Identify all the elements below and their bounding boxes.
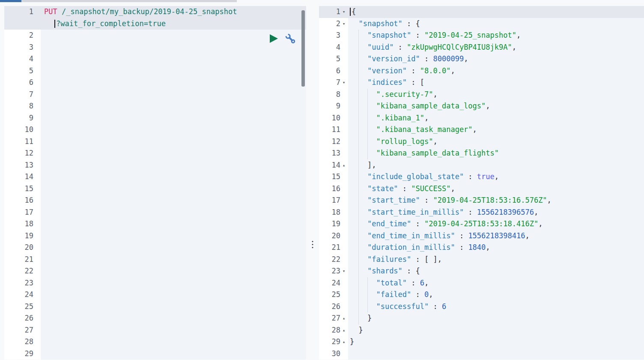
code-line-content[interactable]: "end_time_in_millis" : 1556218398416, bbox=[348, 230, 644, 242]
request-line[interactable]: 7 bbox=[4, 89, 306, 101]
response-line[interactable]: 8 ".security-7", bbox=[319, 89, 644, 101]
code-line-content[interactable] bbox=[41, 265, 306, 277]
code-line-content[interactable] bbox=[41, 77, 306, 89]
code-line-content[interactable] bbox=[41, 336, 306, 348]
request-line[interactable]: 26 bbox=[4, 312, 306, 324]
request-editor[interactable]: 1PUT /_snapshot/my_backup/2019-04-25_sna… bbox=[4, 6, 306, 360]
response-line[interactable]: 28▴ } bbox=[319, 324, 644, 336]
request-line[interactable]: ?wait_for_completion=true bbox=[4, 18, 306, 30]
code-line-content[interactable]: } bbox=[348, 312, 644, 324]
request-line[interactable]: 2 bbox=[4, 30, 306, 42]
code-line-content[interactable] bbox=[41, 136, 306, 148]
request-line[interactable]: 24 bbox=[4, 289, 306, 301]
code-line-content[interactable] bbox=[41, 277, 306, 289]
code-line-content[interactable]: ".kibana_task_manager", bbox=[348, 124, 644, 136]
code-line-content[interactable]: } bbox=[348, 336, 644, 348]
code-line-content[interactable]: "snapshot" : { bbox=[348, 18, 644, 30]
request-line[interactable]: 12 bbox=[4, 147, 306, 159]
code-line-content[interactable]: ?wait_for_completion=true bbox=[41, 18, 306, 30]
request-line[interactable]: 10 bbox=[4, 124, 306, 136]
request-line[interactable]: 3 bbox=[4, 42, 306, 54]
request-line[interactable]: 17 bbox=[4, 207, 306, 219]
request-line[interactable]: 6 bbox=[4, 77, 306, 89]
code-line-content[interactable] bbox=[41, 147, 306, 159]
request-line[interactable]: 4 bbox=[4, 53, 306, 65]
request-line[interactable]: 5 bbox=[4, 65, 306, 77]
fold-toggle-icon[interactable]: ▴ bbox=[340, 312, 347, 324]
wrench-icon[interactable] bbox=[284, 33, 296, 45]
code-line-content[interactable]: "end_time" : "2019-04-25T18:53:18.416Z", bbox=[348, 218, 644, 230]
request-line[interactable]: 16 bbox=[4, 195, 306, 207]
response-line[interactable]: 24 "total" : 6, bbox=[319, 277, 644, 289]
response-line[interactable]: 4 "uuid" : "zkUpwgHCQlCyBP4IU8jk9A", bbox=[319, 42, 644, 54]
code-line-content[interactable]: "state" : "SUCCESS", bbox=[348, 183, 644, 195]
request-line[interactable]: 29 bbox=[4, 348, 306, 360]
code-line-content[interactable] bbox=[41, 53, 306, 65]
code-line-content[interactable] bbox=[41, 42, 306, 54]
response-line[interactable]: 21 "duration_in_millis" : 1840, bbox=[319, 242, 644, 254]
code-line-content[interactable] bbox=[41, 183, 306, 195]
code-line-content[interactable]: "uuid" : "zkUpwgHCQlCyBP4IU8jk9A", bbox=[348, 42, 644, 54]
request-line[interactable]: 20 bbox=[4, 242, 306, 254]
code-line-content[interactable] bbox=[41, 112, 306, 124]
code-line-content[interactable]: "rollup_logs", bbox=[348, 136, 644, 148]
code-line-content[interactable]: "failures" : [ ], bbox=[348, 254, 644, 266]
code-line-content[interactable] bbox=[41, 312, 306, 324]
code-line-content[interactable] bbox=[41, 89, 306, 101]
request-line[interactable]: 27 bbox=[4, 324, 306, 336]
response-editor[interactable]: 1▾{2▾ "snapshot" : {3 "snapshot" : "2019… bbox=[319, 6, 644, 360]
code-line-content[interactable] bbox=[41, 159, 306, 171]
response-line[interactable]: 12 "rollup_logs", bbox=[319, 136, 644, 148]
response-line[interactable]: 15 "include_global_state" : true, bbox=[319, 171, 644, 183]
send-request-play-icon[interactable] bbox=[270, 34, 278, 43]
fold-toggle-icon[interactable]: ▴ bbox=[340, 324, 347, 336]
response-line[interactable]: 13 "kibana_sample_data_flights" bbox=[319, 147, 644, 159]
request-line[interactable]: 28 bbox=[4, 336, 306, 348]
panel-resizer-grip-icon[interactable] bbox=[312, 239, 313, 250]
request-line[interactable]: 22 bbox=[4, 265, 306, 277]
code-line-content[interactable]: "indices" : [ bbox=[348, 77, 644, 89]
fold-toggle-icon[interactable]: ▴ bbox=[340, 159, 347, 171]
request-line[interactable]: 23 bbox=[4, 277, 306, 289]
code-line-content[interactable]: "kibana_sample_data_logs", bbox=[348, 100, 644, 112]
request-line[interactable]: 19 bbox=[4, 230, 306, 242]
code-line-content[interactable] bbox=[41, 171, 306, 183]
code-line-content[interactable]: PUT /_snapshot/my_backup/2019-04-25_snap… bbox=[41, 6, 306, 18]
fold-toggle-icon[interactable]: ▾ bbox=[340, 265, 347, 277]
code-line-content[interactable]: ".kibana_1", bbox=[348, 112, 644, 124]
code-line-content[interactable]: "total" : 6, bbox=[348, 277, 644, 289]
code-line-content[interactable] bbox=[41, 65, 306, 77]
code-line-content[interactable]: } bbox=[348, 324, 644, 336]
request-line[interactable]: 9 bbox=[4, 112, 306, 124]
response-line[interactable]: 10 ".kibana_1", bbox=[319, 112, 644, 124]
response-line[interactable]: 11 ".kibana_task_manager", bbox=[319, 124, 644, 136]
code-line-content[interactable]: "version" : "8.0.0", bbox=[348, 65, 644, 77]
response-line[interactable]: 25 "failed" : 0, bbox=[319, 289, 644, 301]
code-line-content[interactable] bbox=[41, 301, 306, 313]
code-line-content[interactable] bbox=[41, 242, 306, 254]
code-line-content[interactable]: "snapshot" : "2019-04-25_snapshot", bbox=[348, 30, 644, 42]
request-line[interactable]: 15 bbox=[4, 183, 306, 195]
code-line-content[interactable] bbox=[41, 289, 306, 301]
code-line-content[interactable]: "version_id" : 8000099, bbox=[348, 53, 644, 65]
fold-toggle-icon[interactable]: ▾ bbox=[340, 6, 347, 18]
response-line[interactable]: 7▾ "indices" : [ bbox=[319, 77, 644, 89]
response-line[interactable]: 5 "version_id" : 8000099, bbox=[319, 53, 644, 65]
response-line[interactable]: 3 "snapshot" : "2019-04-25_snapshot", bbox=[319, 30, 644, 42]
response-line[interactable]: 26 "successful" : 6 bbox=[319, 301, 644, 313]
code-line-content[interactable] bbox=[41, 195, 306, 207]
response-line[interactable]: 16 "state" : "SUCCESS", bbox=[319, 183, 644, 195]
response-line[interactable]: 14▴ ], bbox=[319, 159, 644, 171]
request-line[interactable]: 1PUT /_snapshot/my_backup/2019-04-25_sna… bbox=[4, 6, 306, 18]
code-line-content[interactable]: "start_time_in_millis" : 1556218396576, bbox=[348, 207, 644, 219]
response-line[interactable]: 27▴ } bbox=[319, 312, 644, 324]
response-line[interactable]: 1▾{ bbox=[319, 6, 644, 18]
response-line[interactable]: 6 "version" : "8.0.0", bbox=[319, 65, 644, 77]
response-line[interactable]: 9 "kibana_sample_data_logs", bbox=[319, 100, 644, 112]
code-line-content[interactable]: "successful" : 6 bbox=[348, 301, 644, 313]
fold-toggle-icon[interactable]: ▾ bbox=[340, 18, 347, 30]
code-line-content[interactable] bbox=[41, 254, 306, 266]
code-line-content[interactable] bbox=[41, 324, 306, 336]
response-line[interactable]: 17 "start_time" : "2019-04-25T18:53:16.5… bbox=[319, 195, 644, 207]
response-line[interactable]: 30 bbox=[319, 348, 644, 360]
